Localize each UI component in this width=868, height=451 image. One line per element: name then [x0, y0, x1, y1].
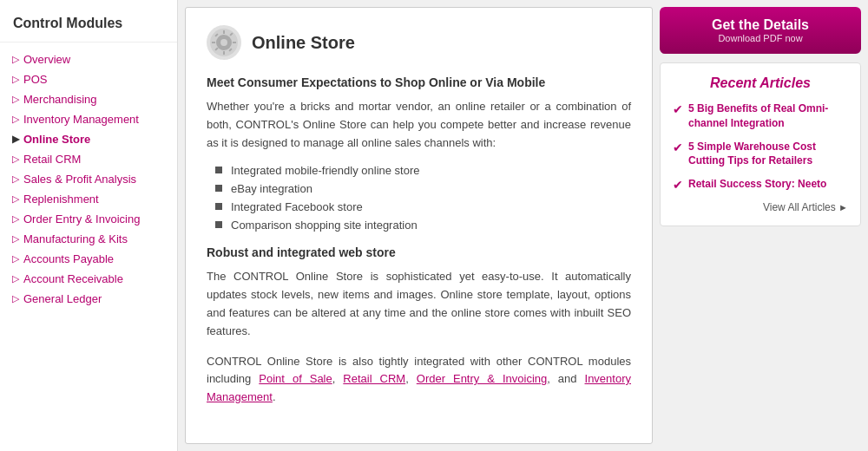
arrow-right-icon: ► — [838, 202, 848, 212]
sidebar-item-overview[interactable]: ▷Overview — [0, 49, 177, 69]
checkmark-icon: ✔ — [673, 102, 683, 116]
sidebar-item-label: Retail CRM — [23, 153, 81, 166]
sidebar-arrow-icon: ▷ — [12, 154, 19, 165]
left-sidebar: Control Modules ▷Overview▷POS▷Merchandis… — [0, 0, 178, 451]
gear-icon — [208, 27, 240, 58]
checkmark-icon: ✔ — [673, 141, 683, 154]
sidebar-arrow-icon: ▷ — [12, 293, 19, 304]
sidebar-item-pos[interactable]: ▷POS — [0, 69, 177, 89]
section2-text1: The CONTROL Online Store is sophisticate… — [207, 268, 631, 340]
svg-point-2 — [220, 39, 227, 46]
view-all-link[interactable]: View All Articles ► — [763, 201, 848, 213]
section1-text-content: Whether you're a bricks and mortar vendo… — [207, 100, 631, 149]
bullet-text: Integrated Facebook store — [231, 200, 363, 213]
article-item: ✔5 Simple Warehouse Cost Cutting Tips fo… — [673, 140, 848, 169]
bullet-text: Comparison shopping site integration — [231, 219, 418, 232]
sidebar-item-manufacturing---kits[interactable]: ▷Manufacturing & Kits — [0, 229, 177, 249]
article-link[interactable]: 5 Big Benefits of Real Omni-channel Inte… — [688, 101, 848, 131]
sidebar-item-merchandising[interactable]: ▷Merchandising — [0, 89, 177, 109]
bullet-item: Integrated mobile-friendly online store — [215, 164, 631, 177]
bullet-square-icon — [215, 185, 222, 192]
cta-subtitle: Download PDF now — [674, 33, 847, 43]
bullet-text: eBay integration — [231, 182, 312, 195]
bullet-square-icon — [215, 167, 222, 173]
sidebar-item-label: Manufacturing & Kits — [23, 232, 128, 245]
main-content: Online Store Meet Consumer Expectations … — [185, 7, 653, 444]
bullet-item: Integrated Facebook store — [215, 200, 631, 213]
bullet-square-icon — [215, 203, 222, 210]
sidebar-item-label: POS — [23, 73, 47, 86]
article-item: ✔5 Big Benefits of Real Omni-channel Int… — [673, 101, 848, 131]
svg-rect-6 — [233, 42, 236, 43]
sidebar-arrow-icon: ▷ — [12, 273, 19, 284]
section2-heading: Robust and integrated web store — [207, 245, 631, 259]
sidebar-item-retail-crm[interactable]: ▷Retail CRM — [0, 149, 177, 169]
sidebar-arrow-icon: ▶ — [12, 134, 19, 145]
section1-heading: Meet Consumer Expectations to Shop Onlin… — [207, 75, 631, 89]
sidebar-item-label: Online Store — [23, 133, 90, 146]
sidebar-item-accounts-payable[interactable]: ▷Accounts Payable — [0, 249, 177, 269]
sidebar-item-label: General Ledger — [23, 292, 102, 305]
sidebar-item-label: Merchandising — [23, 93, 97, 106]
sidebar-arrow-icon: ▷ — [12, 94, 19, 105]
section1-text: Whether you're a bricks and mortar vendo… — [207, 98, 631, 152]
sidebar-item-inventory-management[interactable]: ▷Inventory Management — [0, 109, 177, 129]
sidebar-item-online-store[interactable]: ▶Online Store — [0, 129, 177, 149]
bullet-square-icon — [215, 221, 222, 228]
article-link[interactable]: Retail Success Story: Neeto — [688, 177, 826, 192]
sidebar-arrow-icon: ▷ — [12, 173, 19, 185]
sidebar-item-label: Replenishment — [23, 193, 99, 206]
articles-box: Recent Articles ✔5 Big Benefits of Real … — [660, 62, 861, 226]
get-details-button[interactable]: Get the Details Download PDF now — [660, 7, 861, 54]
bullet-item: eBay integration — [215, 182, 631, 195]
sidebar-item-sales---profit-analysis[interactable]: ▷Sales & Profit Analysis — [0, 169, 177, 189]
articles-title: Recent Articles — [673, 75, 848, 91]
sidebar-item-label: Sales & Profit Analysis — [23, 173, 136, 186]
article-item: ✔Retail Success Story: Neeto — [673, 177, 848, 192]
sidebar-title: Control Modules — [0, 9, 177, 42]
link-crm[interactable]: Retail CRM — [343, 372, 405, 385]
sidebar-arrow-icon: ▷ — [12, 233, 19, 245]
link-pos[interactable]: Point of Sale — [259, 372, 332, 385]
sidebar-item-replenishment[interactable]: ▷Replenishment — [0, 189, 177, 209]
sidebar-arrow-icon: ▷ — [12, 193, 19, 205]
cta-title: Get the Details — [674, 17, 847, 33]
sidebar-arrow-icon: ▷ — [12, 213, 19, 225]
section2-text2: CONTROL Online Store is also tightly int… — [207, 353, 631, 407]
sidebar-item-label: Inventory Management — [23, 113, 139, 126]
sidebar-item-label: Accounts Payable — [23, 252, 114, 265]
content-header: Online Store — [207, 25, 631, 60]
sidebar-item-general-ledger[interactable]: ▷General Ledger — [0, 289, 177, 309]
sidebar-arrow-icon: ▷ — [12, 253, 19, 265]
checkmark-icon: ✔ — [673, 178, 683, 192]
svg-rect-3 — [223, 30, 225, 34]
sidebar-item-label: Overview — [23, 53, 70, 66]
page-title: Online Store — [252, 33, 355, 53]
svg-rect-5 — [212, 42, 215, 43]
bullet-list: Integrated mobile-friendly online storee… — [215, 164, 631, 232]
view-all-articles[interactable]: View All Articles ► — [673, 200, 848, 213]
right-sidebar: Get the Details Download PDF now Recent … — [660, 0, 868, 451]
sidebar-item-label: Order Entry & Invoicing — [23, 212, 140, 226]
svg-rect-4 — [223, 51, 225, 55]
sidebar-item-label: Account Receivable — [23, 272, 123, 285]
sidebar-item-order-entry---invoicing[interactable]: ▷Order Entry & Invoicing — [0, 209, 177, 229]
link-invoicing[interactable]: Order Entry & Invoicing — [417, 372, 547, 385]
article-link[interactable]: 5 Simple Warehouse Cost Cutting Tips for… — [688, 140, 848, 169]
sidebar-arrow-icon: ▷ — [12, 114, 19, 125]
sidebar-arrow-icon: ▷ — [12, 54, 19, 65]
sidebar-arrow-icon: ▷ — [12, 74, 19, 85]
bullet-text: Integrated mobile-friendly online store — [231, 164, 420, 177]
store-icon — [207, 25, 241, 60]
bullet-item: Comparison shopping site integration — [215, 219, 631, 232]
sidebar-item-account-receivable[interactable]: ▷Account Receivable — [0, 269, 177, 289]
